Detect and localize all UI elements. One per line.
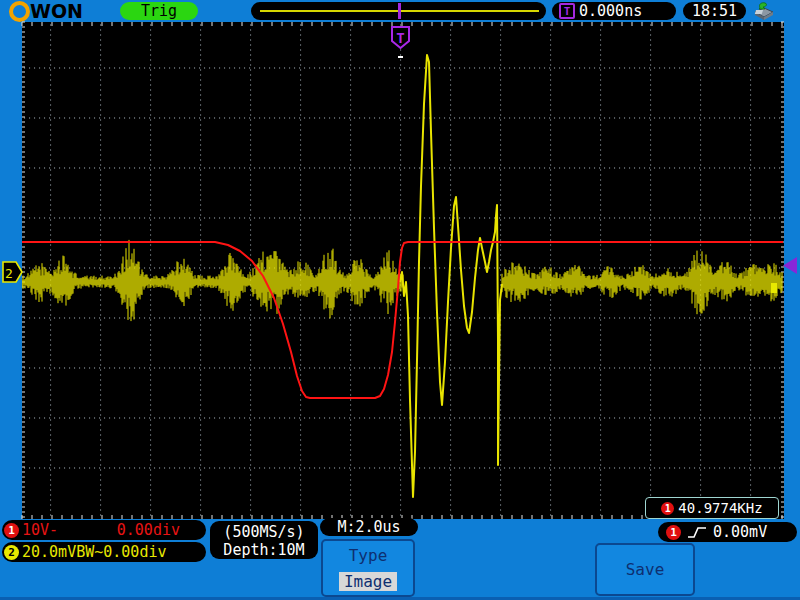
save-button[interactable]: Save (595, 543, 695, 596)
trigger-level-pill: 1 0.00mV (658, 522, 797, 542)
trigger-level-value: 0.00mV (713, 523, 767, 541)
trigger-level-marker[interactable] (783, 257, 797, 274)
channel-1-badge: 1 (661, 502, 674, 515)
memory-depth-value: Depth:10M (223, 541, 304, 559)
channel-1-badge: 1 (666, 525, 681, 540)
type-image-button[interactable]: Type Image (321, 539, 415, 597)
type-button-title: Type (349, 546, 388, 565)
oscilloscope-screen: WON Trig T 0.000ns 18:51 T2 1 40.9774KHz… (0, 0, 800, 600)
save-button-label: Save (626, 560, 665, 579)
channel-2-scale-offset: 20.0mVBW~0.00div (22, 543, 167, 561)
timebase-value: M:2.0us (337, 518, 400, 536)
type-button-value: Image (339, 572, 397, 591)
trigger-position-tick (398, 56, 403, 58)
ch2-edge-marker (771, 283, 777, 293)
channel-1-offset: 0.00div (117, 521, 180, 539)
timebase-pill: M:2.0us (320, 518, 418, 536)
rising-edge-icon (687, 525, 707, 539)
ch2-position-label: 2 (5, 266, 13, 281)
frequency-counter-badge: 1 40.9774KHz (645, 497, 779, 519)
trigger-position-label: T (396, 30, 404, 46)
channel-2-readout-pill: 2 20.0mVBW~0.00div (2, 542, 206, 562)
acquisition-info-box: (500MS/s) Depth:10M (210, 521, 318, 559)
channel-1-badge: 1 (4, 523, 19, 538)
channel-1-readout-pill: 1 10V- 0.00div (2, 520, 206, 540)
sample-rate-value: (500MS/s) (223, 523, 304, 541)
channel-1-scale: 10V- (22, 521, 58, 539)
channel-2-badge: 2 (4, 545, 19, 560)
frequency-value: 40.9774KHz (678, 500, 762, 516)
